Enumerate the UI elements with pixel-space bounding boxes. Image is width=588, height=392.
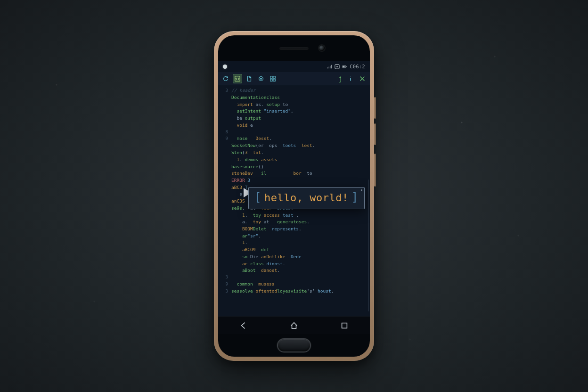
- bottom-hardware: [218, 334, 370, 357]
- data-icon: [335, 64, 340, 69]
- code-content: void e: [231, 122, 367, 129]
- line-number: 3: [221, 288, 231, 295]
- code-content: aBCO9 def: [231, 246, 367, 253]
- power-button[interactable]: [374, 154, 376, 187]
- code-line[interactable]: SocketNew(er ops toets lest.: [218, 142, 370, 149]
- svg-point-1: [337, 66, 338, 67]
- code-content: setIntent "inserted",: [231, 108, 367, 115]
- code-line[interactable]: 1.: [218, 239, 370, 246]
- code-content: common musess: [231, 281, 367, 288]
- phone-frame: C06:2 j [ hello, world! ] 3// headerDocu…: [214, 31, 374, 361]
- close-icon[interactable]: [358, 74, 367, 83]
- code-content: 1. demos assets: [231, 156, 367, 163]
- code-content: // header: [231, 87, 367, 94]
- android-nav-bar: [218, 316, 370, 334]
- cursor-indicator: j: [338, 75, 343, 82]
- code-content: sessolve oftentodloyesvisite's' houst.: [231, 288, 367, 295]
- svg-rect-8: [270, 76, 272, 78]
- line-number: 9: [221, 281, 231, 288]
- code-line[interactable]: Documentationclass: [218, 94, 370, 101]
- scrollbar[interactable]: [368, 180, 369, 311]
- home-button[interactable]: [283, 319, 305, 332]
- svg-rect-4: [346, 66, 347, 67]
- code-content: ERROR 3: [231, 177, 367, 184]
- code-line[interactable]: void e: [218, 122, 370, 129]
- line-number: 8: [221, 129, 231, 136]
- code-line[interactable]: aBCO9 def: [218, 246, 370, 253]
- bracket-close-icon: ]: [351, 192, 359, 203]
- refresh-icon[interactable]: [221, 74, 230, 83]
- code-line[interactable]: 3// header: [218, 87, 370, 94]
- code-content: stoneDev il bor to: [231, 170, 367, 177]
- svg-rect-9: [273, 76, 275, 78]
- status-bar: C06:2: [218, 61, 370, 72]
- code-line[interactable]: BOOMDelet represents.: [218, 226, 370, 233]
- phone-screen: C06:2 j [ hello, world! ] 3// headerDocu…: [218, 35, 370, 357]
- line-number: 3: [221, 88, 231, 94]
- code-line[interactable]: 3sessolve oftentodloyesvisite's' houst.: [218, 288, 370, 295]
- code-content: aBoot danost.: [231, 267, 367, 274]
- clock: C06:2: [350, 64, 365, 69]
- code-content: 1. toy access test ,: [231, 212, 367, 219]
- code-editor[interactable]: [ hello, world! ] 3// headerDocumentatio…: [218, 85, 370, 316]
- back-button[interactable]: [232, 319, 255, 332]
- code-line[interactable]: basesource(): [218, 163, 370, 171]
- battery-icon: [342, 64, 347, 69]
- bracket-open-icon: [: [254, 192, 261, 203]
- earpiece-speaker: [279, 47, 309, 50]
- hello-world-popover[interactable]: [ hello, world! ]: [248, 187, 365, 209]
- code-content: BOOMDelet represents.: [231, 226, 367, 233]
- code-block-icon[interactable]: [233, 74, 242, 83]
- code-content: be output: [231, 115, 367, 122]
- code-line[interactable]: be output: [218, 115, 370, 122]
- top-hardware: [218, 35, 370, 61]
- front-camera: [319, 45, 325, 51]
- code-line[interactable]: ar class dinost.: [218, 261, 370, 268]
- code-line[interactable]: a. toy at generatoses.: [218, 219, 370, 226]
- code-content: ar class dinost.: [231, 261, 367, 268]
- code-content: a. toy at generatoses.: [231, 219, 367, 226]
- code-line[interactable]: 8: [218, 129, 370, 136]
- code-line[interactable]: Sten(3 lot.: [218, 149, 370, 156]
- code-line[interactable]: setIntent "inserted",: [218, 108, 370, 115]
- file-icon[interactable]: [245, 74, 254, 83]
- preview-icon[interactable]: [256, 74, 266, 83]
- code-content: SocketNew(er ops toets lest.: [231, 142, 367, 149]
- line-number: 3: [221, 274, 231, 281]
- code-line[interactable]: 1. demos assets: [218, 156, 370, 163]
- code-line[interactable]: 3: [218, 274, 370, 281]
- code-line[interactable]: 1. toy access test ,: [218, 212, 370, 219]
- code-content: mose Deset.: [231, 135, 367, 142]
- code-line[interactable]: ERROR 3: [218, 177, 370, 184]
- svg-rect-12: [342, 323, 347, 328]
- code-content: so Die anDotlike Dede: [231, 253, 367, 261]
- svg-rect-3: [343, 65, 345, 67]
- code-content: ar"sr".: [231, 233, 367, 240]
- svg-rect-11: [273, 79, 275, 81]
- code-content: basesource(): [231, 163, 367, 171]
- code-content: Sten(3 lot.: [231, 149, 367, 156]
- code-line[interactable]: aBoot danost.: [218, 267, 370, 274]
- code-content: Documentationclass: [231, 94, 367, 101]
- grid-icon[interactable]: [268, 74, 278, 83]
- code-content: import os. setup to: [231, 101, 367, 108]
- editor-toolbar: j: [218, 72, 370, 85]
- code-line[interactable]: 9 mose Deset.: [218, 135, 370, 142]
- recent-apps-button[interactable]: [333, 319, 356, 332]
- code-content: 1.: [231, 239, 367, 246]
- svg-point-7: [261, 78, 262, 79]
- popover-text: hello, world!: [264, 190, 349, 206]
- info-icon[interactable]: [346, 74, 355, 83]
- code-line[interactable]: ar"sr".: [218, 233, 370, 240]
- notification-dot-icon: [223, 65, 227, 69]
- code-line[interactable]: stoneDev il bor to: [218, 170, 370, 177]
- code-line[interactable]: import os. setup to: [218, 101, 370, 108]
- code-line[interactable]: so Die anDotlike Dede: [218, 253, 370, 261]
- svg-rect-10: [270, 79, 272, 81]
- volume-up-button[interactable]: [374, 97, 376, 119]
- volume-down-button[interactable]: [374, 123, 376, 145]
- line-number: 9: [221, 136, 231, 142]
- signal-icon: [327, 64, 332, 69]
- physical-home-button[interactable]: [278, 339, 310, 351]
- code-line[interactable]: 9 common musess: [218, 281, 370, 288]
